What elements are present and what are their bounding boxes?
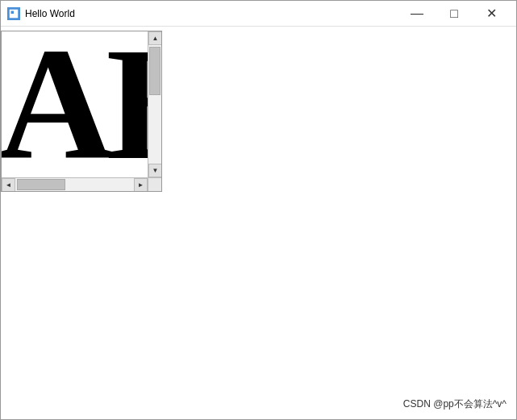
watermark: CSDN @pp不会算法^v^ bbox=[403, 397, 507, 411]
window-controls: — □ ✕ bbox=[398, 1, 510, 27]
scroll-left-button[interactable]: ◄ bbox=[2, 178, 15, 192]
scrollbar-corner bbox=[148, 177, 161, 191]
big-letters-display: AB bbox=[2, 31, 161, 185]
minimize-button[interactable]: — bbox=[398, 1, 436, 27]
main-window: Hello World — □ ✕ AB ▲ ▼ ◄ bbox=[0, 0, 517, 420]
close-button[interactable]: ✕ bbox=[473, 1, 510, 27]
maximize-button[interactable]: □ bbox=[436, 1, 473, 27]
horizontal-scroll-track[interactable] bbox=[15, 178, 134, 191]
scroll-up-button[interactable]: ▲ bbox=[148, 31, 162, 45]
canvas-area: AB bbox=[2, 31, 161, 191]
scroll-right-button[interactable]: ► bbox=[134, 178, 148, 192]
horizontal-scroll-thumb[interactable] bbox=[17, 179, 65, 190]
title-bar: Hello World — □ ✕ bbox=[1, 1, 516, 27]
svg-rect-2 bbox=[11, 10, 15, 14]
window-title: Hello World bbox=[25, 8, 398, 19]
vertical-scrollbar: ▲ ▼ bbox=[148, 31, 161, 177]
horizontal-scrollbar: ◄ ► bbox=[2, 177, 148, 191]
vertical-scroll-thumb[interactable] bbox=[149, 47, 161, 95]
app-icon bbox=[7, 7, 20, 20]
window-content: AB ▲ ▼ ◄ ► CSDN @pp不会算法^v^ bbox=[1, 27, 516, 419]
scroll-down-button[interactable]: ▼ bbox=[148, 164, 162, 177]
scrollable-panel: AB ▲ ▼ ◄ ► bbox=[1, 31, 162, 192]
vertical-scroll-track[interactable] bbox=[148, 45, 161, 164]
